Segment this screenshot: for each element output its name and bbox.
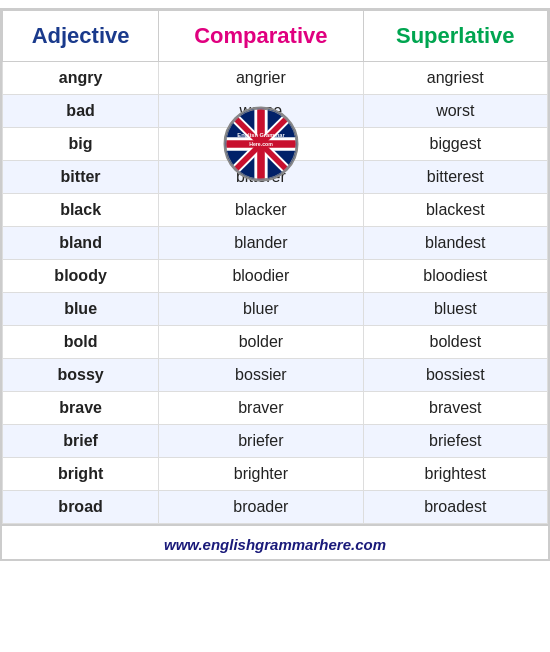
adjective-cell: bland [3, 227, 159, 260]
table-row: boldbolderboldest [3, 326, 548, 359]
svg-text:English Grammar: English Grammar [237, 132, 285, 138]
adjective-cell: brief [3, 425, 159, 458]
adjective-cell: bossy [3, 359, 159, 392]
adjective-cell: angry [3, 62, 159, 95]
adjective-cell: big [3, 128, 159, 161]
superlative-cell: worst [363, 95, 547, 128]
svg-text:Here.com: Here.com [249, 141, 273, 147]
superlative-cell: bossiest [363, 359, 547, 392]
comparative-cell: bigger English Grammar Here.com [159, 128, 363, 161]
comparative-cell: broader [159, 491, 363, 524]
comparative-cell: blacker [159, 194, 363, 227]
adjectives-table: Adjective Comparative Superlative angrya… [2, 10, 548, 524]
col-superlative-header: Superlative [363, 11, 547, 62]
main-table-wrapper: Adjective Comparative Superlative angrya… [0, 8, 550, 561]
table-row: broadbroaderbroadest [3, 491, 548, 524]
superlative-cell: bloodiest [363, 260, 547, 293]
table-row: blackblackerblackest [3, 194, 548, 227]
adjective-cell: blue [3, 293, 159, 326]
comparative-cell: brighter [159, 458, 363, 491]
adjective-cell: bloody [3, 260, 159, 293]
adjective-cell: bright [3, 458, 159, 491]
table-row: brightbrighterbrightest [3, 458, 548, 491]
table-row: bravebraverbravest [3, 392, 548, 425]
table-row: bluebluerbluest [3, 293, 548, 326]
superlative-cell: blandest [363, 227, 547, 260]
comparative-cell: braver [159, 392, 363, 425]
superlative-cell: angriest [363, 62, 547, 95]
col-comparative-header: Comparative [159, 11, 363, 62]
superlative-cell: brightest [363, 458, 547, 491]
table-row: bigbigger English Grammar Here.com bigge… [3, 128, 548, 161]
comparative-cell: blander [159, 227, 363, 260]
table-row: briefbrieferbriefest [3, 425, 548, 458]
table-row: bloodybloodierbloodiest [3, 260, 548, 293]
superlative-cell: bitterest [363, 161, 547, 194]
adjective-cell: black [3, 194, 159, 227]
comparative-cell: bloodier [159, 260, 363, 293]
col-adjective-header: Adjective [3, 11, 159, 62]
superlative-cell: bravest [363, 392, 547, 425]
superlative-cell: boldest [363, 326, 547, 359]
adjective-cell: brave [3, 392, 159, 425]
table-row: blandblanderblandest [3, 227, 548, 260]
table-row: bossybossierbossiest [3, 359, 548, 392]
footer-url: www.englishgrammarhere.com [2, 524, 548, 559]
adjective-cell: bitter [3, 161, 159, 194]
table-row: angryangrierangriest [3, 62, 548, 95]
superlative-cell: bluest [363, 293, 547, 326]
superlative-cell: biggest [363, 128, 547, 161]
comparative-cell: bossier [159, 359, 363, 392]
superlative-cell: blackest [363, 194, 547, 227]
adjective-cell: bold [3, 326, 159, 359]
comparative-cell: bolder [159, 326, 363, 359]
comparative-cell: bluer [159, 293, 363, 326]
superlative-cell: briefest [363, 425, 547, 458]
adjective-cell: bad [3, 95, 159, 128]
superlative-cell: broadest [363, 491, 547, 524]
comparative-cell: briefer [159, 425, 363, 458]
comparative-cell: angrier [159, 62, 363, 95]
adjective-cell: broad [3, 491, 159, 524]
